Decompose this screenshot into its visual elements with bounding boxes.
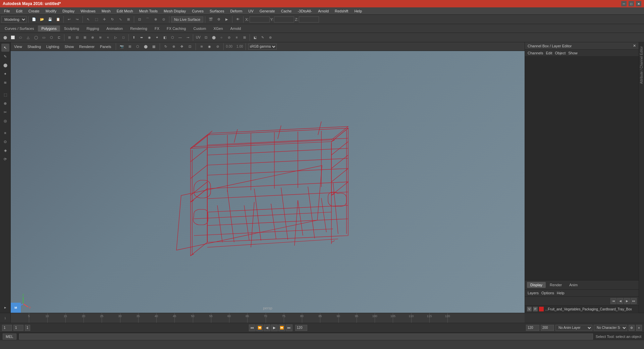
multi-cut-icon[interactable]: ✂ <box>1 108 9 116</box>
snap-point-icon[interactable]: ⊕ <box>152 16 159 23</box>
tab-rigging[interactable]: Rigging <box>83 26 102 32</box>
menu-windows[interactable]: Windows <box>78 8 98 14</box>
extract-icon[interactable]: ⊠ <box>81 34 89 41</box>
layer-rewind-icon[interactable]: ⏮ <box>610 298 616 304</box>
layer-prev-icon[interactable]: ◀ <box>617 298 623 304</box>
pan-icon[interactable]: ✥ <box>178 43 185 50</box>
show-type-icon[interactable]: ≡ <box>1 129 9 137</box>
camera-icon[interactable]: 📷 <box>118 43 125 50</box>
tab-xgen[interactable]: XGen <box>210 26 226 32</box>
tab-curves-surfaces[interactable]: Curves / Surfaces <box>1 26 37 32</box>
select-tool-icon[interactable]: ↖ <box>85 16 92 23</box>
smooth-icon[interactable]: ≋ <box>97 34 104 41</box>
menu-help[interactable]: Help <box>352 8 365 14</box>
shaded-icon[interactable]: ⬤ <box>143 43 149 50</box>
skip-to-end-button[interactable]: ⏭ <box>286 325 292 331</box>
ipr-render-icon[interactable]: ▶ <box>223 16 230 23</box>
tab-sculpting[interactable]: Sculpting <box>61 26 83 32</box>
relax-icon[interactable]: ≋ <box>1 79 9 87</box>
redo-icon[interactable]: ↪ <box>73 16 81 23</box>
tab-fx-caching[interactable]: FX Caching <box>163 26 189 32</box>
menu-mesh-tools[interactable]: Mesh Tools <box>137 8 160 14</box>
layer-next-icon[interactable]: ▶ <box>624 298 630 304</box>
extra-controls-button[interactable]: ≡ <box>636 325 642 331</box>
cylinder-icon[interactable]: ⬭ <box>17 34 24 41</box>
playback-start-input[interactable] <box>526 325 539 331</box>
history-icon[interactable]: ⟳ <box>1 155 9 163</box>
layers-menu-item[interactable]: Layers <box>528 291 539 295</box>
start-frame-input[interactable] <box>2 325 12 331</box>
bridge-icon[interactable]: ⬌ <box>138 34 145 41</box>
object-menu[interactable]: Object <box>555 51 566 55</box>
y-coord-field[interactable] <box>274 16 294 22</box>
tab-rendering[interactable]: Rendering <box>127 26 151 32</box>
expand-sidebar-icon[interactable]: ▸ <box>1 303 9 311</box>
transform-tool-icon[interactable]: ⊞ <box>125 16 132 23</box>
tab-polygons[interactable]: Polygons <box>38 26 60 32</box>
anim-layer-selector[interactable]: No Anim Layer <box>555 325 592 331</box>
x-coord-field[interactable] <box>250 16 270 22</box>
renderer-menu[interactable]: Renderer <box>77 44 97 49</box>
paint-tool-icon[interactable]: ✎ <box>1 52 9 60</box>
select-components-icon[interactable]: ⬕ <box>251 34 259 41</box>
minimize-button[interactable]: ─ <box>621 1 627 6</box>
sculpt-icon[interactable]: ✦ <box>1 70 9 78</box>
poke-icon[interactable]: ✦ <box>153 34 161 41</box>
menu-modify[interactable]: Modify <box>43 8 59 14</box>
menu-edit[interactable]: Edit <box>13 8 25 14</box>
skip-to-start-button[interactable]: ⏮ <box>249 325 256 331</box>
dof-icon[interactable]: ◉ <box>206 43 213 50</box>
grid-toggle-icon[interactable]: ⊞ <box>126 43 133 50</box>
textured-icon[interactable]: ▦ <box>151 43 157 50</box>
snap-grid-icon[interactable]: ⊡ <box>136 16 143 23</box>
select-mode-icon[interactable]: ↖ <box>1 44 9 52</box>
end-frame-input[interactable] <box>295 325 307 331</box>
render-tab[interactable]: Render <box>546 282 565 288</box>
rotate-tool-icon[interactable]: ↻ <box>109 16 116 23</box>
channels-menu[interactable]: Channels <box>528 51 543 55</box>
current-frame-input[interactable] <box>13 325 23 331</box>
render-settings-icon[interactable]: ⚙ <box>215 16 222 23</box>
tab-arnold[interactable]: Arnold <box>227 26 245 32</box>
make-live-icon[interactable]: ◎ <box>1 117 9 125</box>
open-scene-icon[interactable]: 📂 <box>38 16 46 23</box>
menu-display[interactable]: Display <box>60 8 77 14</box>
vertex-color-icon[interactable]: ⬤ <box>1 61 9 69</box>
attribute-editor-tab[interactable]: Attribute / Channel Editor <box>639 44 644 87</box>
step-forward-button[interactable]: ⏩ <box>278 325 285 331</box>
soft-select-icon[interactable]: ⊚ <box>267 34 274 41</box>
channel-box-close-icon[interactable]: ✕ <box>633 44 636 48</box>
tab-fx[interactable]: FX <box>151 26 163 32</box>
menu-curves[interactable]: Curves <box>189 8 206 14</box>
cone-icon[interactable]: △ <box>24 34 32 41</box>
isolate-select-icon[interactable]: ⊙ <box>1 138 9 146</box>
pipe-icon[interactable]: ⊏ <box>55 34 63 41</box>
menu-generate[interactable]: Generate <box>257 8 278 14</box>
unfold-icon[interactable]: ≡ <box>233 34 240 41</box>
menu-arnold[interactable]: Arnold <box>315 8 331 14</box>
orbit-icon[interactable]: ↻ <box>162 43 169 50</box>
menu-3dto-all[interactable]: -3DtoAll- <box>295 8 315 14</box>
menu-redshift[interactable]: Redshift <box>332 8 351 14</box>
render-current-icon[interactable]: 🎬 <box>207 16 214 23</box>
character-set-selector[interactable]: No Character Set <box>594 325 627 331</box>
plane-icon[interactable]: ▭ <box>40 34 47 41</box>
panels-menu[interactable]: Panels <box>98 44 113 49</box>
cube-icon[interactable]: ⬜ <box>9 34 16 41</box>
wireframe-icon[interactable]: ⬡ <box>135 43 141 50</box>
layer-end-icon[interactable]: ⏭ <box>631 298 637 304</box>
tab-custom[interactable]: Custom <box>190 26 210 32</box>
menu-uv[interactable]: UV <box>246 8 256 14</box>
script-mode-button[interactable]: MEL <box>3 334 16 340</box>
disk-icon[interactable]: ⬡ <box>48 34 55 41</box>
fill-hole-icon[interactable]: ◉ <box>146 34 153 41</box>
menu-file[interactable]: File <box>1 8 13 14</box>
spherical-map-icon[interactable]: ○ <box>218 34 225 41</box>
menu-mesh-display[interactable]: Mesh Display <box>161 8 189 14</box>
new-scene-icon[interactable]: 📄 <box>30 16 38 23</box>
playback-end-input[interactable] <box>541 325 554 331</box>
snap-curve-icon[interactable]: ⌒ <box>144 16 151 23</box>
quad-draw-icon[interactable]: ⬚ <box>1 91 9 99</box>
scale-tool-icon[interactable]: ⤡ <box>117 16 124 23</box>
display-layer-icon[interactable]: ◈ <box>1 146 9 154</box>
